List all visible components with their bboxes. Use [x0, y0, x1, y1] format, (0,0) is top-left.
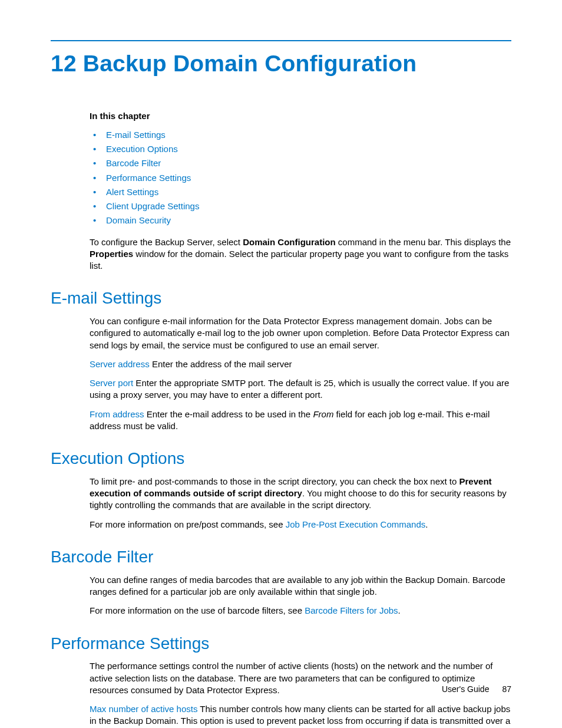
intro-text: command in the menu bar. This displays t… [336, 237, 511, 247]
max-hosts-label: Max number of active hosts [90, 704, 197, 714]
toc-link-domain-security[interactable]: Domain Security [106, 215, 171, 225]
toc-link-execution-options[interactable]: Execution Options [106, 144, 178, 154]
server-address-text: Enter the address of the mail server [150, 359, 292, 369]
footer-page-number: 87 [502, 684, 511, 694]
email-from-address: From address Enter the e-mail address to… [90, 409, 511, 433]
intro-paragraph: To configure the Backup Server, select D… [90, 236, 511, 272]
server-address-label: Server address [90, 359, 150, 369]
email-p1: You can configure e-mail information for… [90, 315, 511, 351]
barcode-p2a: For more information on the use of barco… [90, 605, 305, 615]
toc-link-client-upgrade-settings[interactable]: Client Upgrade Settings [106, 201, 199, 211]
barcode-p1: You can define ranges of media barcodes … [90, 574, 511, 598]
toc-item: Client Upgrade Settings [90, 199, 511, 213]
section-heading-performance: Performance Settings [51, 633, 511, 655]
exec-p2a: For more information on pre/post command… [90, 519, 286, 529]
toc-item: E-mail Settings [90, 128, 511, 142]
from-address-label: From address [90, 409, 144, 419]
toc-link-performance-settings[interactable]: Performance Settings [106, 173, 191, 183]
exec-p1a: To limit pre- and post-commands to those… [90, 476, 459, 486]
section-heading-barcode: Barcode Filter [51, 546, 511, 568]
email-server-port: Server port Enter the appropriate SMTP p… [90, 377, 511, 401]
toc-list: E-mail Settings Execution Options Barcod… [90, 128, 511, 228]
server-port-text: Enter the appropriate SMTP port. The def… [90, 378, 509, 400]
exec-p2: For more information on pre/post command… [90, 519, 511, 531]
email-section-body: You can configure e-mail information for… [90, 315, 511, 432]
link-barcode-filters[interactable]: Barcode Filters for Jobs [305, 605, 398, 615]
toc-link-alert-settings[interactable]: Alert Settings [106, 187, 158, 197]
server-port-label: Server port [90, 378, 133, 388]
toc-item: Performance Settings [90, 171, 511, 185]
chapter-title: 12 Backup Domain Configuration [51, 48, 511, 80]
page: 12 Backup Domain Configuration In this c… [0, 0, 562, 728]
top-rule [51, 40, 511, 41]
intro-text: To configure the Backup Server, select [90, 237, 243, 247]
toc-heading: In this chapter [90, 110, 511, 122]
section-heading-email: E-mail Settings [51, 287, 511, 309]
footer-label: User's Guide [442, 684, 489, 694]
intro-bold-properties: Properties [90, 249, 133, 259]
toc-block: In this chapter E-mail Settings Executio… [90, 110, 511, 272]
toc-link-barcode-filter[interactable]: Barcode Filter [106, 158, 161, 168]
toc-item: Barcode Filter [90, 156, 511, 170]
email-server-address: Server address Enter the address of the … [90, 358, 511, 370]
from-italic: From [313, 409, 333, 419]
barcode-p2: For more information on the use of barco… [90, 605, 511, 617]
toc-item: Execution Options [90, 142, 511, 156]
exec-p2b: . [425, 519, 428, 529]
section-heading-execution: Execution Options [51, 447, 511, 470]
intro-bold-domain-config: Domain Configuration [243, 237, 336, 247]
page-footer: User's Guide87 [442, 684, 511, 695]
exec-p1: To limit pre- and post-commands to those… [90, 476, 511, 512]
toc-item: Alert Settings [90, 185, 511, 199]
link-job-pre-post[interactable]: Job Pre-Post Execution Commands [286, 519, 426, 529]
toc-item: Domain Security [90, 213, 511, 228]
barcode-p2b: . [398, 605, 401, 615]
intro-text: window for the domain. Select the partic… [90, 249, 508, 271]
barcode-section-body: You can define ranges of media barcodes … [90, 574, 511, 617]
execution-section-body: To limit pre- and post-commands to those… [90, 476, 511, 531]
from-address-text: Enter the e-mail address to be used in t… [144, 409, 313, 419]
toc-link-email-settings[interactable]: E-mail Settings [106, 130, 166, 140]
perf-max-hosts: Max number of active hosts This number c… [90, 703, 511, 728]
